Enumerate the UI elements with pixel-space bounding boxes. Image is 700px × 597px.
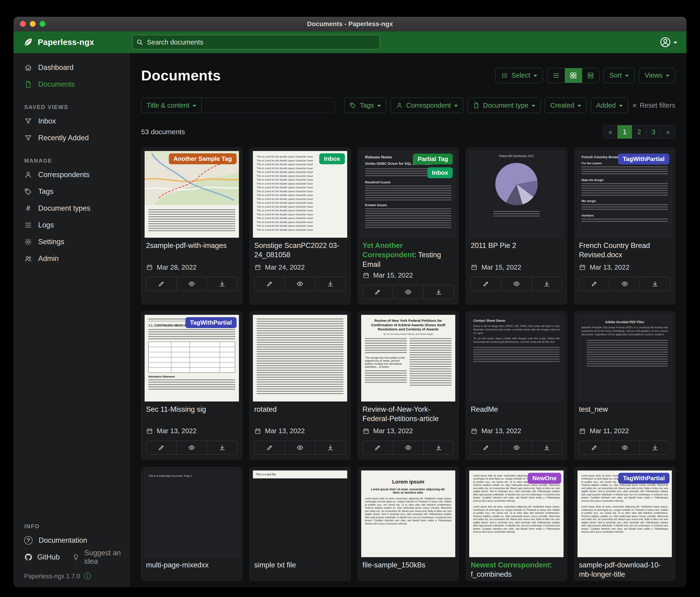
tag-badge[interactable]: Inbox xyxy=(427,167,453,178)
pagination-next-button[interactable]: » xyxy=(661,125,675,139)
edit-document-button[interactable] xyxy=(254,441,285,454)
document-thumbnail[interactable]: This is a test for the double space char… xyxy=(253,151,347,238)
document-type-filter-button[interactable]: Document type xyxy=(467,98,541,113)
view-document-button[interactable] xyxy=(609,277,640,291)
edit-document-button[interactable] xyxy=(146,277,176,291)
document-thumbnail[interactable]: Contact Sheet Demo Given a set of image … xyxy=(469,315,564,402)
title-content-input[interactable] xyxy=(202,98,335,113)
pagination-page-3[interactable]: 3 xyxy=(646,125,661,139)
document-title[interactable]: Review-of-New-York-Federal-Petitions-art… xyxy=(358,402,459,425)
sidebar-item-documents[interactable]: Documents xyxy=(14,76,130,93)
document-thumbnail[interactable]: Lorem ipsum dolor sit amet, consectetur … xyxy=(577,471,672,557)
download-document-button[interactable] xyxy=(423,441,454,454)
document-title[interactable]: Yet Another Correspondent: Testing Email xyxy=(358,238,459,269)
edit-document-button[interactable] xyxy=(146,441,176,454)
document-thumbnail[interactable]: Review of New York Federal Petitions for… xyxy=(361,315,455,402)
download-document-button[interactable] xyxy=(640,441,670,454)
edit-document-button[interactable] xyxy=(254,277,285,291)
created-filter-button[interactable]: Created xyxy=(545,98,586,113)
document-title[interactable]: file-sample_150kBs xyxy=(358,557,459,580)
download-document-button[interactable] xyxy=(532,277,562,291)
view-document-button[interactable] xyxy=(501,277,532,291)
title-content-dropdown[interactable]: Title & content xyxy=(141,98,202,113)
sidebar-item-dashboard[interactable]: Dashboard xyxy=(14,59,130,76)
brand[interactable]: Paperless-ngx xyxy=(23,37,132,48)
document-title[interactable]: French Country Bread Revised.docx xyxy=(574,238,675,261)
sidebar-item-settings[interactable]: Settings xyxy=(14,234,130,250)
sidebar-item-recently-added[interactable]: Recently Added xyxy=(14,129,130,146)
edit-document-button[interactable] xyxy=(579,277,609,291)
document-thumbnail[interactable]: Adobe Acrobat PDF Files Adobe® Portable … xyxy=(577,315,672,402)
view-document-button[interactable] xyxy=(501,441,532,454)
document-title[interactable]: ReadMe xyxy=(466,402,567,425)
github-link[interactable]: GitHub xyxy=(24,553,59,562)
pagination-prev-button[interactable]: « xyxy=(603,125,618,139)
view-document-button[interactable] xyxy=(176,277,207,291)
document-title[interactable]: simple txt file xyxy=(250,557,350,580)
download-document-button[interactable] xyxy=(315,441,346,454)
edit-document-button[interactable] xyxy=(363,441,393,454)
sidebar-item-correspondents[interactable]: Correspondents xyxy=(14,166,130,183)
added-filter-button[interactable]: Added xyxy=(591,98,628,113)
sidebar-item-documentation[interactable]: ? Documentation xyxy=(14,532,130,549)
sidebar-item-document-types[interactable]: # Document types xyxy=(14,200,130,217)
views-button[interactable]: Views xyxy=(639,68,675,83)
document-correspondent[interactable]: Newest Correspondent xyxy=(471,561,550,569)
view-document-button[interactable] xyxy=(284,441,315,454)
reset-filters-button[interactable]: × Reset filters xyxy=(632,101,675,109)
select-button[interactable]: Select xyxy=(495,68,543,83)
tag-badge[interactable]: Partial Tag xyxy=(413,153,453,165)
search-input[interactable] xyxy=(132,35,380,49)
document-title[interactable]: rotated xyxy=(250,402,350,425)
document-thumbnail[interactable]: French Country Bread For the Leaven: Mak… xyxy=(577,151,672,238)
document-title[interactable]: multi-page-mixedxx xyxy=(141,557,242,580)
download-document-button[interactable] xyxy=(532,441,562,454)
suggest-idea-link[interactable]: Suggest an idea xyxy=(72,549,130,566)
sidebar-item-logs[interactable]: Logs xyxy=(14,217,130,234)
pagination-page-2[interactable]: 2 xyxy=(632,125,646,139)
download-document-button[interactable] xyxy=(315,277,346,291)
view-document-button[interactable] xyxy=(176,441,207,454)
document-thumbnail[interactable]: Lorem ipsum dolor sit amet, consectetur … xyxy=(469,471,564,557)
document-thumbnail[interactable]: Lorem ipsum Lorem ipsum dolor sit amet, … xyxy=(361,471,455,557)
view-mode-grid-button[interactable] xyxy=(565,68,582,83)
download-document-button[interactable] xyxy=(640,277,670,291)
user-menu-button[interactable] xyxy=(659,37,677,48)
document-thumbnail[interactable]: This is a test file. xyxy=(253,471,347,557)
view-document-button[interactable] xyxy=(393,285,423,299)
sidebar-item-tags[interactable]: Tags xyxy=(14,183,130,200)
download-document-button[interactable] xyxy=(423,285,454,299)
document-title[interactable]: Newest Correspondent: f_combineds xyxy=(466,557,567,580)
edit-document-button[interactable] xyxy=(363,285,393,299)
correspondent-filter-button[interactable]: Correspondent xyxy=(391,98,463,113)
view-document-button[interactable] xyxy=(609,441,640,454)
document-title[interactable]: Sec 11-Missing sig xyxy=(141,402,242,425)
sidebar-item-inbox[interactable]: Inbox xyxy=(14,113,130,129)
document-thumbnail[interactable]: Another Sample Tag xyxy=(145,151,239,238)
edit-document-button[interactable] xyxy=(579,441,609,454)
document-title[interactable]: 2sample-pdf-with-images xyxy=(141,238,242,261)
document-thumbnail[interactable] xyxy=(253,315,347,402)
sort-button[interactable]: Sort xyxy=(604,68,634,83)
tags-filter-button[interactable]: Tags xyxy=(344,98,386,113)
view-document-button[interactable] xyxy=(393,441,423,454)
tag-badge[interactable]: TagWithPartial xyxy=(185,317,236,328)
tag-badge[interactable]: TagWithPartial xyxy=(618,473,670,484)
tag-bad​ge[interactable]: NewOne xyxy=(528,473,561,484)
document-title[interactable]: sample-pdf-download-10-mb-longer-title xyxy=(574,557,675,580)
document-title[interactable]: Sonstige ScanPC2022 03-24_081058 xyxy=(250,238,350,261)
document-title[interactable]: 2011 BP Pie 2 xyxy=(466,238,567,261)
document-thumbnail[interactable]: This is a multi page document. Page 1. xyxy=(145,471,239,557)
edit-document-button[interactable] xyxy=(471,277,501,291)
tag-badge[interactable]: TagWithPartial xyxy=(618,153,669,165)
tag-badge[interactable]: Another Sample Tag xyxy=(169,153,236,164)
document-thumbnail[interactable]: Release Notes Simba ODBC Driver for SQL … xyxy=(361,151,455,238)
document-correspondent[interactable]: Yet Another Correspondent xyxy=(362,241,414,259)
sidebar-item-admin[interactable]: Admin xyxy=(14,250,130,267)
tag-badge[interactable]: Inbox xyxy=(319,153,345,164)
info-icon[interactable]: ⓘ xyxy=(84,572,91,581)
document-thumbnail[interactable]: Patient BP Distribution 2011 xyxy=(469,151,564,238)
view-mode-list-button[interactable] xyxy=(548,68,565,83)
view-mode-detail-button[interactable] xyxy=(582,68,599,83)
download-document-button[interactable] xyxy=(207,277,237,291)
